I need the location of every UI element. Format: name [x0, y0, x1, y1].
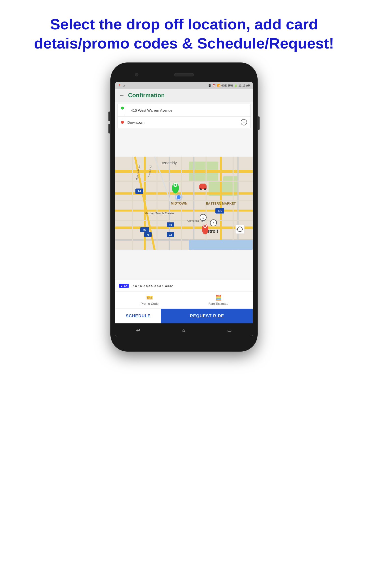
power-button	[258, 116, 260, 130]
svg-text:Assembly: Assembly	[162, 161, 177, 165]
svg-point-51	[174, 184, 176, 186]
map-container: 410 West Warren Avenue Downtown +	[115, 102, 253, 280]
phone-nav-bar: ↩ ⌂ ▭	[115, 323, 253, 337]
map-background: 94 375 10 75 96	[115, 126, 253, 280]
pickup-address: 410 West Warren Avenue	[131, 108, 247, 112]
pickup-dot	[121, 107, 124, 110]
request-ride-button[interactable]: REQUEST RIDE	[161, 309, 253, 323]
schedule-button[interactable]: SCHEDULE	[115, 309, 161, 323]
card-number: XXXX XXXX XXXX 4032	[132, 284, 173, 288]
home-nav-icon[interactable]: ⌂	[182, 327, 185, 333]
bottom-panel: VISA XXXX XXXX XXXX 4032 🎫 Promo Code 🧮 …	[115, 280, 253, 323]
svg-text:12: 12	[169, 233, 172, 236]
vibrate-icon: 📳	[208, 84, 211, 87]
svg-text:EASTERN MARKET: EASTERN MARKET	[206, 202, 236, 205]
phone-bottom	[115, 337, 253, 347]
fare-estimate-button[interactable]: 🧮 Fare Estimate	[184, 292, 253, 308]
svg-rect-56	[200, 184, 206, 186]
copy-icon: ⧉	[123, 84, 125, 87]
dropoff-address: Downtown	[127, 120, 241, 124]
svg-text:10: 10	[169, 224, 172, 226]
payment-row[interactable]: VISA XXXX XXXX XXXX 4032	[115, 280, 253, 292]
status-right: 📳 ⏰ 📶 4GE 65% 🔋 11:12 AM	[208, 84, 250, 87]
svg-text:96: 96	[143, 229, 146, 231]
fare-icon: 🧮	[215, 294, 222, 301]
phone-screen: 📍 ⧉ 📳 ⏰ 📶 4GE 65% 🔋 11:12 AM ← Confirmat…	[115, 82, 253, 337]
promo-label: Promo Code	[141, 302, 158, 306]
svg-rect-24	[189, 240, 253, 250]
dropoff-row[interactable]: Downtown +	[118, 117, 250, 128]
header-title: Confirmation	[128, 92, 165, 99]
fare-label: Fare Estimate	[209, 302, 228, 306]
pickup-row[interactable]: 410 West Warren Avenue	[118, 104, 250, 117]
svg-text:Masonic Temple Theater: Masonic Temple Theater	[145, 212, 174, 215]
clock: 11:12 AM	[238, 84, 250, 87]
battery-percent: 65%	[228, 84, 233, 87]
app-header: ← Confirmation	[115, 89, 253, 102]
options-row: 🎫 Promo Code 🧮 Fare Estimate	[115, 292, 253, 309]
svg-text:94: 94	[138, 190, 141, 193]
camera	[135, 73, 138, 76]
recents-nav-icon[interactable]: ▭	[227, 327, 232, 333]
signal-strength: 4GE	[221, 84, 227, 87]
add-stop-button[interactable]: +	[241, 119, 247, 125]
svg-text:Comerica Park: Comerica Park	[187, 219, 205, 222]
location-icon: 📍	[118, 84, 121, 87]
back-button[interactable]: ←	[119, 92, 125, 98]
status-bar: 📍 ⧉ 📳 ⏰ 📶 4GE 65% 🔋 11:12 AM	[115, 82, 253, 89]
visa-icon: VISA	[119, 284, 129, 288]
battery-icon: 🔋	[234, 84, 237, 87]
svg-text:375: 375	[218, 209, 222, 212]
svg-point-58	[204, 188, 206, 190]
wifi-icon: 📶	[217, 84, 220, 87]
speaker	[174, 73, 194, 76]
dropoff-dot	[121, 121, 124, 124]
location-inputs: 410 West Warren Avenue Downtown +	[117, 104, 251, 128]
svg-point-61	[204, 225, 206, 227]
back-nav-icon[interactable]: ↩	[136, 327, 140, 333]
volume-buttons	[108, 111, 110, 134]
promo-code-button[interactable]: 🎫 Promo Code	[115, 292, 184, 308]
svg-text:MIDTOWN: MIDTOWN	[171, 201, 187, 205]
alarm-icon: ⏰	[212, 84, 216, 87]
svg-point-54	[175, 193, 183, 201]
route-line	[125, 110, 125, 114]
svg-text:75: 75	[146, 233, 149, 236]
phone-top	[115, 67, 253, 82]
svg-point-57	[200, 188, 202, 190]
page-title: Select the drop off location, add card d…	[0, 0, 368, 62]
phone-device: 📍 ⧉ 📳 ⏰ 📶 4GE 65% 🔋 11:12 AM ← Confirmat…	[110, 62, 258, 352]
action-buttons: SCHEDULE REQUEST RIDE	[115, 309, 253, 323]
promo-icon: 🎫	[146, 294, 153, 301]
status-left: 📍 ⧉	[118, 84, 125, 87]
svg-text:1: 1	[202, 216, 204, 219]
svg-text:3: 3	[213, 222, 214, 225]
